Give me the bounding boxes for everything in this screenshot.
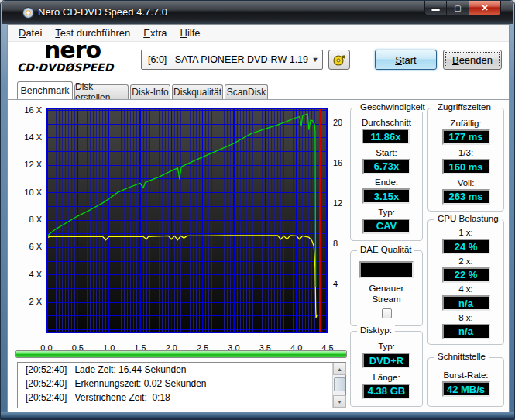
panel-geschwindigkeit: Geschwindigkeit Durchschnitt11.86x Start… (350, 108, 423, 241)
start-button[interactable]: Start (375, 50, 437, 70)
readout-cpu-1x: 1 x:24 % (442, 228, 490, 254)
panel-dae-qualitaet: DAE Qualität GenauerStream (350, 250, 423, 326)
readout-typ: Typ:CAV (362, 208, 410, 234)
panel-title: Zugriffszeiten (434, 102, 494, 112)
chevron-down-icon[interactable]: ▼ (308, 56, 322, 64)
panel-title: CPU Belastung (434, 214, 502, 223)
menu-extra[interactable]: Extra (138, 26, 172, 40)
readout-durchschnitt: Durchschnitt11.86x (362, 118, 411, 144)
tab-disk-erstellen[interactable]: Disk erstellen (74, 84, 129, 99)
y-axis-left-tick: 16 X (8, 105, 42, 115)
readout-burst-rate: Burst-Rate:42 MB/s (442, 370, 490, 397)
readout-cpu-8x: 8 x:n/a (442, 313, 490, 339)
scrollbar-thumb[interactable] (334, 377, 345, 391)
y-axis-left-tick: 4 X (8, 270, 42, 279)
y-axis-left-tick: 8 X (8, 215, 42, 224)
log-line: [20:52:40]Verstrichene Zeit: 0:18 (18, 391, 345, 405)
genauer-stream-checkbox[interactable] (382, 308, 392, 318)
minimize-button[interactable]: ▬ (424, 1, 447, 15)
tab-benchmark[interactable]: Benchmark (17, 81, 73, 99)
log-box: [20:52:40]Lade Zeit: 16.44 Sekunden [20:… (17, 362, 346, 408)
dae-quality-display (359, 261, 414, 278)
readout-cpu-2x: 2 x:22 % (442, 256, 490, 283)
nero-logo: nero (44, 40, 106, 60)
menu-hilfe[interactable]: Hilfe (175, 26, 206, 40)
panel-title: Disktyp: (357, 325, 395, 335)
drive-select[interactable]: [6:0] SATA PIONEER DVD-RW 1.19 ▼ (141, 50, 323, 70)
readout-drittel: 1/3:160 ms (442, 148, 490, 174)
maximize-button[interactable]: ▢ (447, 1, 469, 15)
eject-button[interactable] (328, 50, 350, 70)
panel-title: Schnittstelle (434, 352, 489, 361)
y-axis-right-tick: 12 (333, 198, 352, 208)
menu-datei[interactable]: Datei (13, 26, 47, 40)
y-axis-left-tick: 2 X (8, 297, 42, 306)
window-bottom-frame (1, 412, 514, 419)
readout-ende: Ende:3.15x (362, 177, 410, 204)
readout-laenge: Länge:4.38 GB (362, 373, 410, 399)
progress-bar-fill (16, 351, 346, 357)
window-title: Nero CD-DVD Speed 4.7.7.0 (38, 6, 167, 18)
log-line: [20:52:40]Erkennungszeit: 0.02 Sekunden (18, 377, 345, 391)
benchmark-chart (46, 108, 328, 333)
readout-zufaellig: Zufällig:177 ms (442, 119, 490, 145)
quit-button[interactable]: Beenden (443, 50, 502, 70)
y-axis-left-tick: 12 X (8, 160, 42, 169)
app-window: Nero CD-DVD Speed 4.7.7.0 ▬ ▢ ✕ Datei Te… (0, 0, 515, 420)
readout-typ-disc: Typ:DVD+R (362, 342, 410, 368)
readout-start: Start:6.73x (362, 148, 410, 174)
panel-title: Geschwindigkeit (357, 102, 428, 112)
tab-strip: Benchmark Disk erstellen Disk-Info Diskq… (8, 81, 509, 99)
cd-dvd-speed-logo: CD·DVDØSPEED (17, 61, 113, 74)
app-disc-icon (22, 7, 34, 19)
y-axis-left-tick: 14 X (8, 133, 42, 142)
log-scrollbar[interactable]: ▲ ▼ (332, 363, 345, 408)
progress-bar (15, 350, 347, 358)
scroll-down-icon[interactable]: ▼ (333, 395, 346, 408)
tab-scandisk[interactable]: ScanDisk (225, 84, 268, 99)
y-axis-right-tick: 16 (333, 158, 352, 167)
window-content: Datei Test durchführen Extra Hilfe nero … (7, 24, 510, 412)
panel-cpu-belastung: CPU Belastung 1 x:24 % 2 x:22 % 4 x:n/a … (427, 219, 504, 345)
y-axis-right-tick: 4 (333, 279, 352, 288)
panel-schnittstelle: Schnittstelle Burst-Rate:42 MB/s (427, 357, 504, 407)
panel-title: DAE Qualität (357, 245, 414, 254)
scroll-up-icon[interactable]: ▲ (333, 363, 346, 375)
readout-voll: Voll:263 ms (442, 178, 490, 205)
y-axis-right-tick: 20 (333, 118, 352, 127)
y-axis-left-tick: 6 X (8, 242, 42, 251)
eject-disc-icon (332, 53, 346, 67)
genauer-stream-label: GenauerStream (369, 283, 404, 305)
panel-zugriffszeiten: Zugriffszeiten Zufällig:177 ms 1/3:160 m… (427, 108, 504, 212)
log-line: [20:52:40]Lade Zeit: 16.44 Sekunden (18, 363, 345, 377)
close-button[interactable]: ✕ (469, 1, 501, 15)
benchmark-page: 16 X14 X12 X10 X8 X6 X4 X2 X 20161284 0.… (8, 99, 509, 413)
readout-cpu-4x: 4 x:n/a (442, 284, 490, 311)
drive-select-value: [6:0] SATA PIONEER DVD-RW 1.19 (142, 54, 308, 65)
y-axis-left-tick: 10 X (8, 188, 42, 197)
panel-disktyp: Disktyp: Typ:DVD+R Länge:4.38 GB (350, 331, 423, 407)
tab-diskqualitaet[interactable]: Diskqualität (172, 84, 223, 99)
y-axis-right-tick: 8 (333, 239, 352, 248)
title-bar[interactable]: Nero CD-DVD Speed 4.7.7.0 ▬ ▢ ✕ (2, 1, 513, 24)
tab-disk-info[interactable]: Disk-Info (130, 84, 170, 99)
